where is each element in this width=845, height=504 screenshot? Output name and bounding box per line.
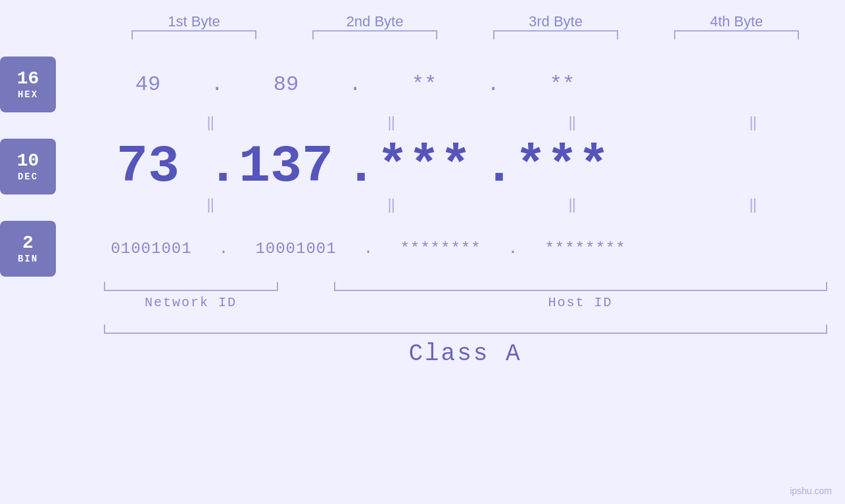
hex-b3: ** (365, 72, 483, 97)
hex-dot2: . (345, 72, 365, 97)
dec-row: 10 DEC 73 . 137 . *** . *** (0, 139, 845, 195)
class-label: Class A (104, 340, 827, 367)
bin-b4: ******** (523, 240, 648, 258)
top-brackets (104, 30, 827, 43)
byte4-header: 4th Byte (671, 13, 802, 30)
eq5: ‖ (151, 196, 270, 214)
bin-dot2: . (358, 240, 378, 258)
bin-values: 01001001 . 10001001 . ******** . *******… (89, 240, 845, 258)
dec-values: 73 . 137 . *** . *** (89, 141, 845, 193)
eq2: ‖ (332, 114, 450, 131)
bin-row: 2 BIN 01001001 . 10001001 . ******** . *… (0, 221, 845, 277)
hex-dot1: . (207, 72, 227, 97)
dec-dot3: . (483, 141, 503, 193)
dec-dot1: . (207, 141, 227, 193)
hex-b4: ** (503, 72, 621, 97)
byte3-header: 3rd Byte (490, 13, 621, 30)
bracket-b3 (493, 30, 618, 39)
hex-b1: 49 (89, 72, 207, 97)
id-labels: Network ID Host ID (104, 295, 827, 310)
dec-badge: 10 DEC (0, 139, 56, 195)
hex-dot3: . (483, 72, 503, 97)
hex-badge: 16 HEX (0, 57, 56, 112)
bin-badge: 2 BIN (0, 221, 56, 277)
byte-headers: 1st Byte 2nd Byte 3rd Byte 4th Byte (104, 13, 827, 30)
bracket-b1 (132, 30, 256, 39)
dec-b3: *** (365, 141, 483, 193)
eq4: ‖ (694, 114, 812, 131)
dec-badge-label: DEC (18, 172, 38, 182)
hex-row: 16 HEX 49 . 89 . ** . ** (0, 57, 845, 112)
hex-badge-number: 16 (17, 69, 39, 89)
hex-values: 49 . 89 . ** . ** (89, 72, 845, 97)
bracket-b2 (312, 30, 437, 39)
network-id-bracket (104, 282, 278, 291)
full-bottom-bracket (104, 325, 827, 334)
eq7: ‖ (513, 196, 631, 214)
bin-badge-label: BIN (18, 254, 38, 264)
byte1-header: 1st Byte (128, 13, 260, 30)
bracket-b4 (674, 30, 799, 39)
equals-hex-dec: ‖ ‖ ‖ ‖ (120, 112, 844, 132)
watermark: ipshu.com (790, 486, 832, 496)
network-id-label: Network ID (104, 295, 278, 310)
eq3: ‖ (513, 114, 631, 131)
dec-b4: *** (503, 141, 621, 193)
bin-b1: 01001001 (89, 240, 214, 258)
hex-badge-label: HEX (18, 89, 38, 100)
dec-badge-number: 10 (17, 151, 39, 172)
equals-dec-bin: ‖ ‖ ‖ ‖ (120, 195, 844, 214)
dec-dot2: . (345, 141, 365, 193)
eq1: ‖ (151, 114, 270, 131)
dec-b1: 73 (89, 141, 207, 193)
bin-dot3: . (503, 240, 523, 258)
dec-b2: 137 (227, 141, 345, 193)
bin-b2: 10001001 (233, 240, 358, 258)
bin-dot1: . (214, 240, 233, 258)
eq6: ‖ (332, 196, 450, 214)
host-id-bracket (334, 282, 827, 291)
eq8: ‖ (694, 196, 812, 214)
hex-b2: 89 (227, 72, 345, 97)
bottom-bracket-container (104, 282, 827, 291)
bin-badge-number: 2 (22, 233, 34, 254)
main-container: 1st Byte 2nd Byte 3rd Byte 4th Byte 16 H… (0, 0, 845, 504)
host-id-label: Host ID (334, 295, 827, 310)
byte2-header: 2nd Byte (309, 13, 441, 30)
bin-b3: ******** (378, 240, 503, 258)
